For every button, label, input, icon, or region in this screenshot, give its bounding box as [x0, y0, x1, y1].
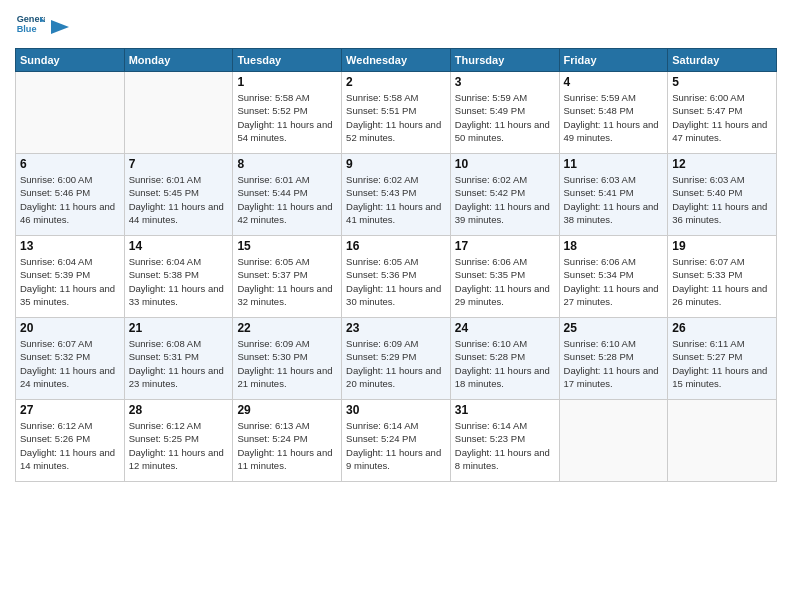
day-number: 26 [672, 321, 772, 335]
day-info: Sunrise: 6:07 AM Sunset: 5:32 PM Dayligh… [20, 337, 120, 390]
day-info: Sunrise: 5:59 AM Sunset: 5:49 PM Dayligh… [455, 91, 555, 144]
day-number: 25 [564, 321, 664, 335]
calendar-cell: 20Sunrise: 6:07 AM Sunset: 5:32 PM Dayli… [16, 318, 125, 400]
day-info: Sunrise: 6:11 AM Sunset: 5:27 PM Dayligh… [672, 337, 772, 390]
calendar-cell: 17Sunrise: 6:06 AM Sunset: 5:35 PM Dayli… [450, 236, 559, 318]
day-number: 20 [20, 321, 120, 335]
day-info: Sunrise: 6:05 AM Sunset: 5:36 PM Dayligh… [346, 255, 446, 308]
calendar-cell: 6Sunrise: 6:00 AM Sunset: 5:46 PM Daylig… [16, 154, 125, 236]
day-number: 14 [129, 239, 229, 253]
svg-text:Blue: Blue [17, 24, 37, 34]
calendar-cell: 16Sunrise: 6:05 AM Sunset: 5:36 PM Dayli… [342, 236, 451, 318]
day-number: 6 [20, 157, 120, 171]
day-info: Sunrise: 6:02 AM Sunset: 5:43 PM Dayligh… [346, 173, 446, 226]
day-number: 29 [237, 403, 337, 417]
day-info: Sunrise: 6:12 AM Sunset: 5:25 PM Dayligh… [129, 419, 229, 472]
calendar-cell: 4Sunrise: 5:59 AM Sunset: 5:48 PM Daylig… [559, 72, 668, 154]
calendar-cell [559, 400, 668, 482]
calendar-table: SundayMondayTuesdayWednesdayThursdayFrid… [15, 48, 777, 482]
logo-icon: General Blue [15, 10, 45, 40]
day-info: Sunrise: 6:00 AM Sunset: 5:46 PM Dayligh… [20, 173, 120, 226]
calendar-page: General Blue SundayMondayTuesdayWed [0, 0, 792, 612]
day-info: Sunrise: 6:13 AM Sunset: 5:24 PM Dayligh… [237, 419, 337, 472]
day-number: 12 [672, 157, 772, 171]
logo: General Blue [15, 10, 69, 40]
day-number: 22 [237, 321, 337, 335]
day-info: Sunrise: 6:04 AM Sunset: 5:38 PM Dayligh… [129, 255, 229, 308]
calendar-cell: 26Sunrise: 6:11 AM Sunset: 5:27 PM Dayli… [668, 318, 777, 400]
calendar-cell: 31Sunrise: 6:14 AM Sunset: 5:23 PM Dayli… [450, 400, 559, 482]
day-number: 5 [672, 75, 772, 89]
day-number: 10 [455, 157, 555, 171]
day-number: 15 [237, 239, 337, 253]
calendar-cell: 21Sunrise: 6:08 AM Sunset: 5:31 PM Dayli… [124, 318, 233, 400]
day-number: 2 [346, 75, 446, 89]
day-info: Sunrise: 5:59 AM Sunset: 5:48 PM Dayligh… [564, 91, 664, 144]
day-info: Sunrise: 6:02 AM Sunset: 5:42 PM Dayligh… [455, 173, 555, 226]
day-info: Sunrise: 6:06 AM Sunset: 5:35 PM Dayligh… [455, 255, 555, 308]
day-info: Sunrise: 6:01 AM Sunset: 5:45 PM Dayligh… [129, 173, 229, 226]
svg-marker-4 [51, 20, 69, 34]
day-number: 4 [564, 75, 664, 89]
day-info: Sunrise: 6:09 AM Sunset: 5:29 PM Dayligh… [346, 337, 446, 390]
weekday-header-sunday: Sunday [16, 49, 125, 72]
day-info: Sunrise: 6:14 AM Sunset: 5:23 PM Dayligh… [455, 419, 555, 472]
day-number: 17 [455, 239, 555, 253]
day-info: Sunrise: 6:12 AM Sunset: 5:26 PM Dayligh… [20, 419, 120, 472]
calendar-cell: 5Sunrise: 6:00 AM Sunset: 5:47 PM Daylig… [668, 72, 777, 154]
calendar-cell: 24Sunrise: 6:10 AM Sunset: 5:28 PM Dayli… [450, 318, 559, 400]
day-info: Sunrise: 6:10 AM Sunset: 5:28 PM Dayligh… [455, 337, 555, 390]
day-info: Sunrise: 6:00 AM Sunset: 5:47 PM Dayligh… [672, 91, 772, 144]
day-number: 13 [20, 239, 120, 253]
calendar-cell: 11Sunrise: 6:03 AM Sunset: 5:41 PM Dayli… [559, 154, 668, 236]
logo-arrow-icon [51, 20, 69, 34]
day-info: Sunrise: 6:01 AM Sunset: 5:44 PM Dayligh… [237, 173, 337, 226]
day-number: 21 [129, 321, 229, 335]
calendar-week-row: 20Sunrise: 6:07 AM Sunset: 5:32 PM Dayli… [16, 318, 777, 400]
day-info: Sunrise: 6:10 AM Sunset: 5:28 PM Dayligh… [564, 337, 664, 390]
calendar-cell: 15Sunrise: 6:05 AM Sunset: 5:37 PM Dayli… [233, 236, 342, 318]
calendar-cell: 28Sunrise: 6:12 AM Sunset: 5:25 PM Dayli… [124, 400, 233, 482]
day-number: 27 [20, 403, 120, 417]
day-number: 30 [346, 403, 446, 417]
calendar-cell [16, 72, 125, 154]
day-number: 11 [564, 157, 664, 171]
calendar-cell: 12Sunrise: 6:03 AM Sunset: 5:40 PM Dayli… [668, 154, 777, 236]
day-number: 31 [455, 403, 555, 417]
calendar-cell: 27Sunrise: 6:12 AM Sunset: 5:26 PM Dayli… [16, 400, 125, 482]
day-number: 7 [129, 157, 229, 171]
calendar-cell: 1Sunrise: 5:58 AM Sunset: 5:52 PM Daylig… [233, 72, 342, 154]
calendar-cell: 22Sunrise: 6:09 AM Sunset: 5:30 PM Dayli… [233, 318, 342, 400]
day-info: Sunrise: 5:58 AM Sunset: 5:51 PM Dayligh… [346, 91, 446, 144]
weekday-header-monday: Monday [124, 49, 233, 72]
calendar-week-row: 1Sunrise: 5:58 AM Sunset: 5:52 PM Daylig… [16, 72, 777, 154]
day-info: Sunrise: 6:03 AM Sunset: 5:40 PM Dayligh… [672, 173, 772, 226]
calendar-cell: 25Sunrise: 6:10 AM Sunset: 5:28 PM Dayli… [559, 318, 668, 400]
day-number: 23 [346, 321, 446, 335]
day-number: 3 [455, 75, 555, 89]
day-info: Sunrise: 6:06 AM Sunset: 5:34 PM Dayligh… [564, 255, 664, 308]
day-info: Sunrise: 6:14 AM Sunset: 5:24 PM Dayligh… [346, 419, 446, 472]
calendar-cell: 7Sunrise: 6:01 AM Sunset: 5:45 PM Daylig… [124, 154, 233, 236]
day-info: Sunrise: 6:04 AM Sunset: 5:39 PM Dayligh… [20, 255, 120, 308]
calendar-cell [668, 400, 777, 482]
calendar-cell: 2Sunrise: 5:58 AM Sunset: 5:51 PM Daylig… [342, 72, 451, 154]
day-number: 19 [672, 239, 772, 253]
calendar-cell: 29Sunrise: 6:13 AM Sunset: 5:24 PM Dayli… [233, 400, 342, 482]
calendar-cell: 9Sunrise: 6:02 AM Sunset: 5:43 PM Daylig… [342, 154, 451, 236]
weekday-header-wednesday: Wednesday [342, 49, 451, 72]
day-number: 9 [346, 157, 446, 171]
weekday-header-friday: Friday [559, 49, 668, 72]
day-info: Sunrise: 6:05 AM Sunset: 5:37 PM Dayligh… [237, 255, 337, 308]
weekday-header-thursday: Thursday [450, 49, 559, 72]
day-info: Sunrise: 5:58 AM Sunset: 5:52 PM Dayligh… [237, 91, 337, 144]
calendar-week-row: 6Sunrise: 6:00 AM Sunset: 5:46 PM Daylig… [16, 154, 777, 236]
calendar-cell: 18Sunrise: 6:06 AM Sunset: 5:34 PM Dayli… [559, 236, 668, 318]
calendar-cell: 8Sunrise: 6:01 AM Sunset: 5:44 PM Daylig… [233, 154, 342, 236]
day-number: 1 [237, 75, 337, 89]
calendar-cell [124, 72, 233, 154]
calendar-cell: 30Sunrise: 6:14 AM Sunset: 5:24 PM Dayli… [342, 400, 451, 482]
day-number: 24 [455, 321, 555, 335]
header: General Blue [15, 10, 777, 40]
weekday-header-row: SundayMondayTuesdayWednesdayThursdayFrid… [16, 49, 777, 72]
